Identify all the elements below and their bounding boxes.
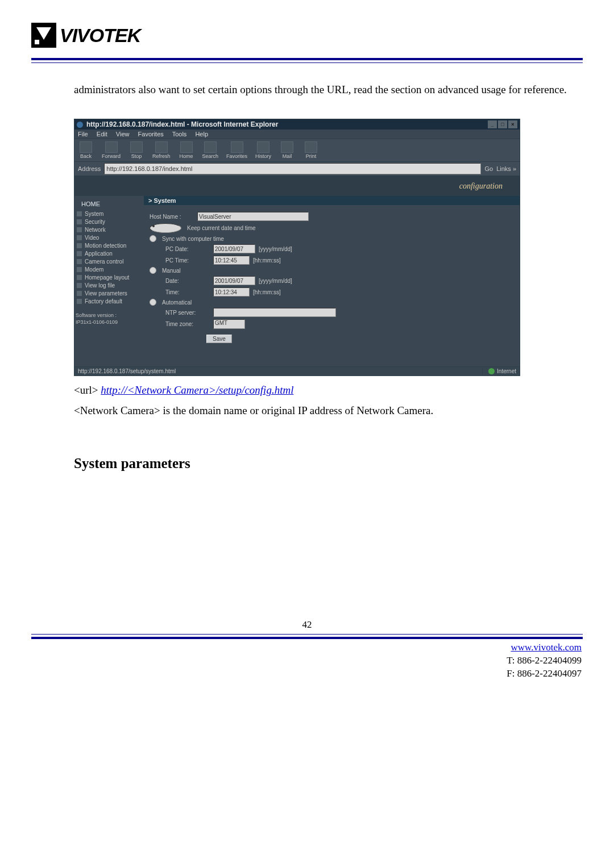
search-button[interactable]: Search bbox=[202, 141, 219, 159]
sidebar-item-factory[interactable]: Factory default bbox=[76, 298, 143, 304]
opt-keep-row[interactable]: Keep current date and time bbox=[150, 223, 514, 233]
sidebar-home[interactable]: HOME bbox=[81, 201, 143, 207]
tz-row: Time zone: GMT bbox=[165, 319, 514, 329]
status-zone: Internet bbox=[482, 368, 516, 374]
opt-keep-label: Keep current date and time bbox=[187, 225, 256, 231]
logo-mark bbox=[31, 23, 56, 48]
opt-manual-row[interactable]: Manual bbox=[150, 267, 514, 274]
menu-view[interactable]: View bbox=[116, 131, 130, 137]
sidebar-item-logfile[interactable]: View log file bbox=[76, 282, 143, 289]
sidebar-item-video[interactable]: Video bbox=[76, 235, 143, 241]
history-button[interactable]: History bbox=[255, 141, 271, 159]
pc-date-label: PC Date: bbox=[165, 246, 210, 252]
status-url: http://192.168.0.187/setup/system.html bbox=[78, 368, 482, 374]
address-input[interactable] bbox=[104, 163, 481, 174]
m-date-row: Date: [yyyy/mm/dd] bbox=[165, 276, 514, 285]
go-button[interactable]: Go bbox=[484, 165, 493, 172]
menu-help[interactable]: Help bbox=[195, 131, 208, 137]
menu-favorites[interactable]: Favorites bbox=[138, 131, 164, 137]
home-button[interactable]: Home bbox=[179, 141, 194, 159]
opt-auto-label: Automatical bbox=[162, 299, 192, 306]
sidebar-item-system[interactable]: System bbox=[76, 211, 143, 217]
opt-sync-row[interactable]: Sync with computer time bbox=[150, 235, 514, 242]
footer-rule bbox=[31, 634, 583, 639]
refresh-button[interactable]: Refresh bbox=[152, 141, 171, 159]
sidebar-item-network[interactable]: Network bbox=[76, 227, 143, 233]
pc-time-label: PC Time: bbox=[165, 257, 210, 264]
m-date-input[interactable] bbox=[213, 276, 255, 285]
sidebar: HOME System Security Network Video Motio… bbox=[74, 196, 144, 366]
pc-date-input[interactable] bbox=[213, 244, 255, 253]
sidebar-item-motion[interactable]: Motion detection bbox=[76, 243, 143, 249]
m-time-input[interactable] bbox=[213, 287, 250, 297]
ie-viewport: configuration HOME System Security Netwo… bbox=[74, 176, 520, 366]
ie-statusbar: http://192.168.0.187/setup/system.html I… bbox=[74, 366, 520, 375]
sidebar-item-application[interactable]: Application bbox=[76, 251, 143, 257]
back-button[interactable]: Back bbox=[78, 141, 94, 159]
m-date-label: Date: bbox=[165, 278, 210, 284]
pc-time-hint: [hh:mm:ss] bbox=[253, 257, 281, 264]
ie-menubar: File Edit View Favorites Tools Help bbox=[74, 130, 520, 139]
ie-titlebar: http://192.168.0.187/index.html - Micros… bbox=[74, 119, 520, 130]
opt-manual-label: Manual bbox=[162, 268, 181, 274]
pc-date-row: PC Date: [yyyy/mm/dd] bbox=[165, 244, 514, 253]
ie-toolbar: Back Forward Stop Refresh Home Search Fa… bbox=[74, 139, 520, 162]
screenshot: http://192.168.0.187/index.html - Micros… bbox=[74, 119, 520, 376]
content-pane: > System Host Name : Keep current date a… bbox=[144, 196, 520, 366]
links-button[interactable]: Links » bbox=[496, 165, 516, 172]
logo-text: VIVOTEK bbox=[60, 24, 140, 47]
globe-icon bbox=[488, 368, 495, 374]
m-time-row: Time: [hh:mm:ss] bbox=[165, 287, 514, 297]
mail-button[interactable]: Mail bbox=[279, 141, 295, 159]
m-time-label: Time: bbox=[165, 289, 210, 295]
sidebar-item-modem[interactable]: Modem bbox=[76, 266, 143, 273]
forward-button[interactable]: Forward bbox=[102, 141, 121, 159]
sidebar-item-security[interactable]: Security bbox=[76, 219, 143, 225]
sidebar-item-parameters[interactable]: View parameters bbox=[76, 290, 143, 297]
pc-time-row: PC Time: [hh:mm:ss] bbox=[165, 256, 514, 265]
sidebar-item-homepage[interactable]: Homepage layout bbox=[76, 274, 143, 281]
footer-fax: F: 886-2-22404097 bbox=[507, 668, 582, 679]
tz-select[interactable]: GMT bbox=[213, 319, 245, 329]
ntp-input[interactable] bbox=[213, 308, 336, 317]
menu-file[interactable]: File bbox=[78, 131, 88, 137]
header-rule bbox=[31, 58, 583, 63]
tz-label: Time zone: bbox=[165, 321, 210, 327]
ie-app-icon bbox=[77, 122, 83, 128]
ntp-label: NTP server: bbox=[165, 310, 210, 316]
intro-paragraph: administrators also want to set certain … bbox=[74, 79, 577, 101]
opt-auto-row[interactable]: Automatical bbox=[150, 299, 514, 306]
url-line: <url> http://<Network Camera>/setup/conf… bbox=[74, 384, 583, 397]
m-date-hint: [yyyy/mm/dd] bbox=[259, 278, 292, 284]
hostname-input[interactable] bbox=[197, 212, 309, 221]
pc-time-input[interactable] bbox=[213, 256, 250, 265]
radio-auto[interactable] bbox=[150, 299, 156, 306]
menu-tools[interactable]: Tools bbox=[172, 131, 187, 137]
url-prefix: <url> bbox=[74, 384, 101, 396]
logo: VIVOTEK bbox=[31, 23, 583, 48]
url-link[interactable]: http://<Network Camera>/setup/config.htm… bbox=[101, 384, 293, 396]
software-version: Software version : IP31x1-0106-0109 bbox=[76, 312, 143, 326]
ie-title-text: http://192.168.0.187/index.html - Micros… bbox=[86, 120, 278, 128]
menu-edit[interactable]: Edit bbox=[97, 131, 107, 137]
footer: www.vivotek.com T: 886-2-22404099 F: 886… bbox=[31, 641, 583, 681]
ie-window: http://192.168.0.187/index.html - Micros… bbox=[74, 119, 520, 376]
ie-addressbar: Address Go Links » bbox=[74, 162, 520, 176]
radio-manual[interactable] bbox=[150, 267, 156, 274]
sidebar-item-camera-control[interactable]: Camera control bbox=[76, 258, 143, 265]
opt-sync-label: Sync with computer time bbox=[162, 236, 224, 242]
ntp-row: NTP server: bbox=[165, 308, 514, 317]
footer-tel: T: 886-2-22404099 bbox=[507, 655, 582, 666]
save-button[interactable]: Save bbox=[206, 335, 232, 343]
footer-link[interactable]: www.vivotek.com bbox=[511, 642, 582, 653]
radio-sync[interactable] bbox=[150, 235, 156, 242]
favorites-button[interactable]: Favorites bbox=[226, 141, 247, 159]
maximize-button[interactable]: □ bbox=[498, 120, 507, 128]
close-button[interactable]: × bbox=[508, 120, 517, 128]
hostname-label: Host Name : bbox=[150, 214, 194, 220]
minimize-button[interactable]: _ bbox=[488, 120, 497, 128]
radio-keep[interactable] bbox=[150, 223, 181, 233]
print-button[interactable]: Print bbox=[303, 141, 319, 159]
status-zone-label: Internet bbox=[497, 368, 516, 374]
stop-button[interactable]: Stop bbox=[128, 141, 144, 159]
